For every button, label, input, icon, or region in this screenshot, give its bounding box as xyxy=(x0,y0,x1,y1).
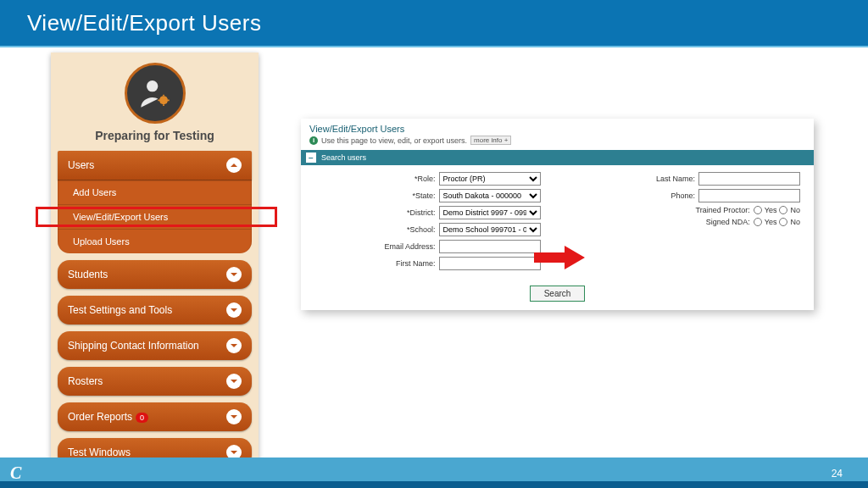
chevron-down-icon xyxy=(226,374,242,389)
sidebar-item-students[interactable]: Students xyxy=(58,260,252,289)
search-panel: View/Edit/Export Users i Use this page t… xyxy=(301,119,814,310)
sidebar-submenu-users: Add Users View/Edit/Export Users Upload … xyxy=(58,180,252,253)
nda-yes-radio[interactable] xyxy=(754,218,762,226)
sidebar-heading: Preparing for Testing xyxy=(51,129,259,142)
sidebar-item-label: Users xyxy=(68,159,94,171)
sidebar-item-test-settings[interactable]: Test Settings and Tools xyxy=(58,296,252,324)
search-header-label: Search users xyxy=(321,153,366,162)
chevron-down-icon xyxy=(226,267,242,282)
sidebar-item-label: Shipping Contact Information xyxy=(68,340,199,352)
more-info-link[interactable]: more info + xyxy=(470,136,511,145)
firstname-field[interactable] xyxy=(439,257,541,270)
sidebar-item-order-reports[interactable]: Order Reports0 xyxy=(58,402,252,431)
search-button[interactable]: Search xyxy=(530,286,586,302)
trained-yes-radio[interactable] xyxy=(754,206,762,214)
svg-point-0 xyxy=(147,80,158,92)
avatar-ring xyxy=(125,63,186,124)
logo: C xyxy=(10,463,21,483)
sidebar-item-shipping[interactable]: Shipping Contact Information xyxy=(58,331,252,360)
school-label: School: xyxy=(407,225,436,234)
sidebar-item-rosters[interactable]: Rosters xyxy=(58,367,252,396)
search-section-header[interactable]: − Search users xyxy=(301,150,814,165)
sidebar-subitem-upload-users[interactable]: Upload Users xyxy=(58,229,252,253)
panel-title: View/Edit/Export Users xyxy=(309,124,805,134)
user-gear-icon xyxy=(138,76,172,110)
sidebar-item-label: Rosters xyxy=(68,375,103,387)
collapse-icon[interactable]: − xyxy=(306,152,316,163)
chevron-down-icon xyxy=(226,338,242,353)
footer-accent xyxy=(0,481,868,488)
chevron-up-icon xyxy=(226,158,242,173)
email-label: Email Address: xyxy=(384,242,435,251)
title-bar: View/Edit/Export Users xyxy=(0,0,868,47)
panel-info-row: i Use this page to view, edit, or export… xyxy=(309,136,805,145)
sidebar-item-users[interactable]: Users xyxy=(58,151,252,180)
badge: 0 xyxy=(136,413,148,423)
phone-label: Phone: xyxy=(670,191,695,200)
state-select[interactable]: South Dakota - 000000 xyxy=(439,189,541,202)
phone-field[interactable] xyxy=(698,189,800,202)
sidebar-subitem-add-users[interactable]: Add Users xyxy=(58,180,252,204)
info-icon: i xyxy=(309,136,318,145)
nda-label: Signed NDA: xyxy=(706,218,750,226)
chevron-down-icon xyxy=(226,302,242,318)
chevron-down-icon xyxy=(226,409,242,424)
page-number: 24 xyxy=(832,468,843,480)
trained-no-radio[interactable] xyxy=(779,206,787,214)
page-title: View/Edit/Export Users xyxy=(27,10,261,36)
email-field[interactable] xyxy=(439,240,541,253)
nda-no-radio[interactable] xyxy=(779,218,787,226)
sidebar-item-label: Students xyxy=(68,269,108,280)
sidebar: Preparing for Testing Users Add Users Vi… xyxy=(51,53,259,468)
sidebar-item-label: Order Reports0 xyxy=(68,411,148,423)
lastname-label: Last Name: xyxy=(656,175,695,183)
sidebar-menu: Users Add Users View/Edit/Export Users U… xyxy=(51,151,259,488)
sidebar-item-label: Test Settings and Tools xyxy=(68,304,172,316)
panel-info-text: Use this page to view, edit, or export u… xyxy=(321,136,467,145)
firstname-label: First Name: xyxy=(396,259,436,268)
sidebar-subitem-view-edit-export[interactable]: View/Edit/Export Users xyxy=(58,204,252,229)
role-label: Role: xyxy=(415,175,436,183)
district-select[interactable]: Demo District 9997 - 099 xyxy=(439,206,541,219)
role-select[interactable]: Proctor (PR) xyxy=(439,172,541,186)
sidebar-item-label: Test Windows xyxy=(68,446,131,458)
state-label: State: xyxy=(412,191,435,200)
lastname-field[interactable] xyxy=(698,172,800,186)
arrow-annotation xyxy=(534,246,585,269)
district-label: District: xyxy=(407,208,436,217)
trained-label: Trained Proctor: xyxy=(696,206,750,214)
school-select[interactable]: Demo School 999701 - 09 xyxy=(439,223,541,236)
